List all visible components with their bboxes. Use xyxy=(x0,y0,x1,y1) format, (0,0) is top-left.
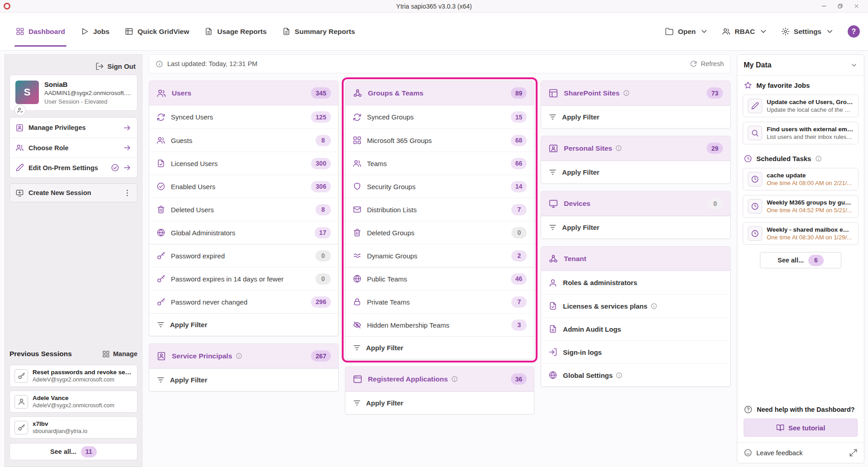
users-card-header[interactable]: Users 345 xyxy=(149,81,338,105)
info-icon[interactable] xyxy=(236,353,242,359)
settings-menu[interactable]: Settings xyxy=(781,27,834,36)
tenant-card: Tenant Roles & administrators Licenses &… xyxy=(541,246,731,387)
devices-header[interactable]: Devices 0 xyxy=(541,191,730,216)
manage-sessions-button[interactable]: Manage xyxy=(102,350,137,358)
tab-jobs[interactable]: Jobs xyxy=(73,13,117,50)
minimize-button[interactable] xyxy=(816,0,832,12)
task-schedule: One time At 04:52 PM on 5/21/... xyxy=(767,207,854,214)
filter-icon xyxy=(353,343,361,352)
stat-label: Deleted Users xyxy=(171,206,214,214)
stat-row-dynamic-groups[interactable]: Dynamic Groups 2 xyxy=(345,244,534,267)
restore-button[interactable] xyxy=(832,0,848,12)
apply-filter-label: Apply Filter xyxy=(562,168,599,176)
stat-row-synced-groups[interactable]: Synced Groups 15 xyxy=(345,105,534,129)
menu-item-manage-privileges[interactable]: Manage Privileges xyxy=(10,118,137,138)
tenant-header[interactable]: Tenant xyxy=(541,247,730,271)
stat-row-deleted-groups[interactable]: Deleted Groups 0 xyxy=(345,221,534,244)
info-icon[interactable] xyxy=(651,303,657,310)
previous-session-item[interactable]: Reset passwords and revoke sessi... Adel… xyxy=(9,365,137,387)
menu-item-edit-onprem-settings[interactable]: Edit On-Prem Settings xyxy=(10,157,137,177)
stat-row-enabled-users[interactable]: Enabled Users 306 xyxy=(149,175,338,198)
session-title: Adele Vance xyxy=(33,395,114,401)
service-principals-header[interactable]: Service Principals 267 xyxy=(149,344,338,368)
sign-out-button[interactable]: Sign Out xyxy=(9,57,137,75)
apply-filter-service-principals-button[interactable]: Apply Filter xyxy=(149,368,338,391)
stat-row-public-teams[interactable]: Public Teams 46 xyxy=(345,267,534,290)
edit-icon xyxy=(15,163,24,172)
stat-row-teams[interactable]: Teams 66 xyxy=(345,152,534,175)
scheduled-task-item[interactable]: Weekly M365 groups by guest... One time … xyxy=(743,195,859,218)
apply-filter-personal-sites-button[interactable]: Apply Filter xyxy=(541,161,730,183)
stat-row-guests[interactable]: Guests 8 xyxy=(149,129,338,152)
see-tutorial-button[interactable]: See tutorial xyxy=(744,419,858,437)
sharepoint-sites-header[interactable]: SharePoint Sites 73 xyxy=(541,81,730,105)
scheduled-task-item[interactable]: cache update One time At 08:00 AM on 2/2… xyxy=(743,168,859,191)
create-new-session-button[interactable]: Create New Session xyxy=(9,183,137,202)
stat-row-distribution-lists[interactable]: Distribution Lists 7 xyxy=(345,198,534,221)
stat-row-hidden-membership-teams[interactable]: Hidden Membership Teams 3 xyxy=(345,313,534,336)
apply-filter-users-button[interactable]: Apply Filter xyxy=(149,313,338,336)
tenant-row-licenses-services-plans[interactable]: Licenses & services plans xyxy=(541,294,730,317)
stat-row-deleted-users[interactable]: Deleted Users 8 xyxy=(149,198,338,221)
favorite-job-item[interactable]: Find users with external email ... List … xyxy=(743,122,859,144)
stat-row-private-teams[interactable]: Private Teams 7 xyxy=(345,290,534,313)
stat-row-licensed-users[interactable]: Licensed Users 300 xyxy=(149,152,338,175)
menu-item-label: Choose Role xyxy=(28,144,69,152)
help-section: Need help with the Dashboard? See tutori… xyxy=(737,400,864,442)
stat-row-m365-groups[interactable]: Microsoft 365 Groups 68 xyxy=(345,129,534,152)
tab-quick-gridview[interactable]: Quick GridView xyxy=(117,13,197,50)
previous-session-item[interactable]: x7Ibv sbounardjian@ytria.io xyxy=(9,416,137,438)
stat-row-password-expired[interactable]: Password expired 0 xyxy=(149,244,338,267)
see-all-sessions-button[interactable]: See all... 11 xyxy=(9,443,137,460)
info-icon[interactable] xyxy=(616,372,623,379)
leave-feedback-button[interactable]: Leave feedback xyxy=(737,442,864,463)
favorite-job-item[interactable]: Update cache of Users, Groups... Update … xyxy=(743,95,859,117)
teams-icon xyxy=(353,159,362,168)
tenant-row-sign-in-logs[interactable]: Sign-in logs xyxy=(541,340,730,363)
stat-row-global-administrators[interactable]: Global Administrators 17 xyxy=(149,221,338,244)
stat-row-security-groups[interactable]: Security Groups 14 xyxy=(345,175,534,198)
my-data-header[interactable]: My Data xyxy=(737,55,864,76)
folder-icon xyxy=(665,27,674,36)
close-button[interactable] xyxy=(848,0,864,12)
info-icon[interactable] xyxy=(815,155,822,162)
task-title: Weekly - shared mailbox email... xyxy=(767,226,854,233)
tenant-row-global-settings[interactable]: Global Settings xyxy=(541,363,730,386)
previous-session-item[interactable]: Adele Vance AdeleV@sygx2.onmicrosoft.com xyxy=(9,391,137,413)
info-icon[interactable] xyxy=(615,145,622,152)
tab-usage-reports[interactable]: Usage Reports xyxy=(197,13,274,50)
apply-filter-groups-button[interactable]: Apply Filter xyxy=(345,336,534,359)
apply-filter-sharepoint-button[interactable]: Apply Filter xyxy=(541,105,730,128)
stat-label: Hidden Membership Teams xyxy=(367,321,449,329)
groups-teams-header[interactable]: Groups & Teams 89 xyxy=(345,81,534,105)
refresh-button[interactable]: Refresh xyxy=(690,60,724,67)
tab-dashboard[interactable]: Dashboard xyxy=(8,13,73,50)
tab-summary-reports[interactable]: Summary Reports xyxy=(274,13,363,50)
tenant-row-label: Global Settings xyxy=(563,372,613,379)
open-menu[interactable]: Open xyxy=(665,27,708,36)
expand-icon[interactable] xyxy=(849,448,858,457)
job-title: Update cache of Users, Groups... xyxy=(767,99,854,105)
session-subtitle: AdeleV@sygx2.onmicrosoft.com xyxy=(33,402,114,409)
stat-row-password-expires-soon[interactable]: Password expires in 14 days or fewer 0 xyxy=(149,267,338,290)
see-all-tasks-button[interactable]: See all... 6 xyxy=(760,252,841,268)
task-icon-box xyxy=(748,199,762,214)
apply-filter-label: Apply Filter xyxy=(366,344,404,352)
menu-item-choose-role[interactable]: Choose Role xyxy=(10,138,137,157)
registered-applications-header[interactable]: Registered Applications 36 xyxy=(345,367,534,391)
stat-row-password-never-changed[interactable]: Password never changed 296 xyxy=(149,290,338,313)
stat-row-synced-users[interactable]: Synced Users 125 xyxy=(149,105,338,129)
chevron-down-icon[interactable] xyxy=(850,62,858,69)
help-button[interactable]: ? xyxy=(848,25,860,38)
info-icon[interactable] xyxy=(451,376,458,382)
scheduled-task-item[interactable]: Weekly - shared mailbox email... One tim… xyxy=(743,222,859,245)
tenant-row-roles-administrators[interactable]: Roles & administrators xyxy=(541,271,730,294)
personal-sites-header[interactable]: Personal Sites 29 xyxy=(541,136,730,161)
tenant-row-admin-audit-logs[interactable]: Admin Audit Logs xyxy=(541,317,730,340)
kebab-menu-icon[interactable] xyxy=(123,189,132,197)
apply-filter-registered-apps-button[interactable]: Apply Filter xyxy=(345,391,534,414)
rbac-menu[interactable]: RBAC xyxy=(722,27,768,36)
info-icon[interactable] xyxy=(623,90,630,96)
apply-filter-devices-button[interactable]: Apply Filter xyxy=(541,216,730,238)
chevron-down-icon xyxy=(759,27,768,36)
